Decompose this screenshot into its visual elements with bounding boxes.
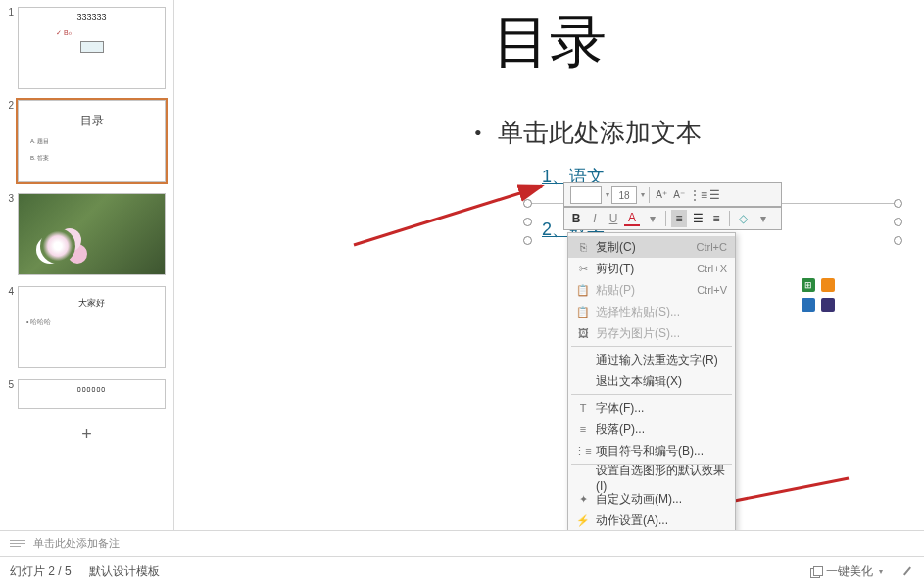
menu-item-label: 段落(P)... <box>592 421 727 438</box>
menu-item-icon: ✦ <box>574 493 592 506</box>
menu-item[interactable]: ≡段落(P)... <box>568 418 735 440</box>
align-left-button[interactable]: ≡ <box>671 210 687 227</box>
menu-item[interactable]: ⋮≡项目符号和编号(B)... <box>568 440 735 462</box>
decrease-font-icon[interactable]: A⁻ <box>671 189 687 200</box>
menu-item-label: 复制(C) <box>592 239 697 256</box>
format-toolbar[interactable]: B I U A ▾ ≡ ☰ ≡ ◇ ▾ <box>563 207 782 230</box>
notes-icon <box>10 540 25 547</box>
thumb-rect <box>80 41 104 53</box>
menu-item-label: 字体(F)... <box>592 400 727 416</box>
notes-placeholder[interactable]: 单击此处添加备注 <box>33 536 120 551</box>
menu-item-label: 另存为图片(S)... <box>592 325 727 342</box>
underline-button[interactable]: U <box>606 212 621 225</box>
insert-icons: ⊞ <box>802 278 841 312</box>
thumb-title: 000000 <box>19 386 165 393</box>
separator <box>649 187 650 203</box>
menu-item-shortcut: Ctrl+V <box>697 284 727 296</box>
menu-item-icon: ⋮≡ <box>574 445 592 458</box>
menu-item-label: 剪切(T) <box>592 261 697 277</box>
notes-bar[interactable]: 单击此处添加备注 <box>0 530 924 556</box>
font-family-dropdown[interactable] <box>570 186 602 204</box>
resize-handle[interactable] <box>894 218 902 226</box>
slide-stage[interactable]: 目录 单击此处添加文本 1、语文 2、数学 ▾ 18 ▾ A⁺ A⁻ ⋮≡ ☰ <box>174 0 924 530</box>
chevron-down-icon[interactable]: ▾ <box>606 190 609 199</box>
font-color-button[interactable]: A <box>624 211 640 226</box>
menu-item: 📋粘贴(P)Ctrl+V <box>568 279 735 301</box>
resize-handle[interactable] <box>523 236 532 245</box>
menu-item-icon: ✂ <box>574 263 592 275</box>
thumb-slide-2[interactable]: 目录 A. 题目 B. 答案 <box>18 100 166 182</box>
thumb-number: 2 <box>4 100 18 182</box>
menu-item-icon: ⚡ <box>574 514 592 527</box>
resize-handle[interactable] <box>894 199 902 208</box>
thumb-number: 5 <box>4 379 18 409</box>
bullet-list-icon[interactable]: ☰ <box>706 188 722 202</box>
thumb-image <box>19 194 165 274</box>
status-bar: 幻灯片 2 / 5 默认设计模板 一键美化 ▾ <box>0 556 924 587</box>
menu-item-shortcut: Ctrl+C <box>697 241 727 253</box>
menu-item: 🖼另存为图片(S)... <box>568 322 735 344</box>
menu-item[interactable]: 通过输入法重选文字(R) <box>568 349 735 370</box>
thumb-title: 大家好 <box>19 297 165 310</box>
increase-font-icon[interactable]: A⁺ <box>654 189 669 200</box>
menu-item: 📋选择性粘贴(S)... <box>568 301 735 322</box>
thumb-number: 4 <box>4 286 18 368</box>
slide-counter: 幻灯片 2 / 5 <box>10 563 72 580</box>
chevron-down-icon[interactable]: ▾ <box>645 212 660 225</box>
context-menu[interactable]: ⎘复制(C)Ctrl+C✂剪切(T)Ctrl+X📋粘贴(P)Ctrl+V📋选择性… <box>567 232 736 530</box>
numbered-list-icon[interactable]: ⋮≡ <box>689 188 705 202</box>
mini-toolbar[interactable]: ▾ 18 ▾ A⁺ A⁻ ⋮≡ ☰ <box>563 182 782 207</box>
add-slide-button[interactable]: + <box>15 422 159 446</box>
thumb-label: ✓ B₀ <box>56 29 165 37</box>
align-center-button[interactable]: ☰ <box>690 212 705 225</box>
thumb-slide-3[interactable] <box>18 193 166 275</box>
menu-item-icon: ≡ <box>574 423 592 435</box>
cube-icon <box>810 566 822 578</box>
resize-handle[interactable] <box>894 236 902 245</box>
slide-title[interactable]: 目录 <box>493 4 607 80</box>
beautify-button[interactable]: 一键美化 ▾ <box>810 563 883 580</box>
menu-item[interactable]: T字体(F)... <box>568 397 735 418</box>
separator <box>729 211 730 226</box>
menu-item-label: 动作设置(A)... <box>592 513 727 529</box>
align-right-button[interactable]: ≡ <box>708 212 724 225</box>
menu-item-label: 选择性粘贴(S)... <box>592 304 727 320</box>
menu-item-label: 退出文本编辑(X) <box>592 373 727 390</box>
resize-handle[interactable] <box>523 218 532 226</box>
shape-button[interactable]: ◇ <box>735 212 751 225</box>
menu-item-icon: 📋 <box>574 284 592 297</box>
table-icon[interactable]: ⊞ <box>802 278 815 292</box>
resize-handle[interactable] <box>523 199 532 208</box>
thumb-row: A. 题目 <box>30 137 165 146</box>
menu-item[interactable]: 退出文本编辑(X) <box>568 370 735 392</box>
bold-button[interactable]: B <box>568 212 584 225</box>
menu-item-icon: 🖼 <box>574 327 592 339</box>
template-name: 默认设计模板 <box>89 563 160 580</box>
menu-item-label: 通过输入法重选文字(R) <box>592 352 727 368</box>
menu-item[interactable]: ⚡动作设置(A)... <box>568 510 735 530</box>
thumb-slide-5[interactable]: 000000 <box>18 379 166 409</box>
slide-panel[interactable]: 1 333333 ✓ B₀ 2 目录 A. 题目 B. 答案 3 4 大家 <box>0 0 174 530</box>
thumb-row: • 哈哈哈 <box>26 318 165 327</box>
picture-icon[interactable] <box>802 298 815 312</box>
bullet-placeholder[interactable]: 单击此处添加文本 <box>474 116 702 150</box>
menu-item-shortcut: Ctrl+X <box>697 263 727 274</box>
chevron-down-icon[interactable]: ▾ <box>755 212 771 225</box>
menu-item-icon: ⎘ <box>574 241 592 253</box>
font-size-dropdown[interactable]: 18 <box>611 186 637 204</box>
svg-line-0 <box>354 186 542 245</box>
pen-icon[interactable] <box>900 564 914 580</box>
media-icon[interactable] <box>821 298 835 312</box>
beautify-label: 一键美化 <box>826 563 873 580</box>
menu-item[interactable]: ⎘复制(C)Ctrl+C <box>568 236 735 258</box>
chart-icon[interactable] <box>821 278 835 292</box>
menu-item[interactable]: ✦自定义动画(M)... <box>568 488 735 510</box>
menu-item-icon: T <box>574 402 592 414</box>
thumb-slide-4[interactable]: 大家好 • 哈哈哈 <box>18 286 166 368</box>
menu-item[interactable]: 设置自选图形的默认效果(I) <box>568 466 735 488</box>
chevron-down-icon[interactable]: ▾ <box>641 190 645 199</box>
italic-button[interactable]: I <box>587 212 603 225</box>
menu-item[interactable]: ✂剪切(T)Ctrl+X <box>568 258 735 279</box>
thumb-number: 1 <box>4 7 18 89</box>
thumb-slide-1[interactable]: 333333 ✓ B₀ <box>18 7 166 89</box>
